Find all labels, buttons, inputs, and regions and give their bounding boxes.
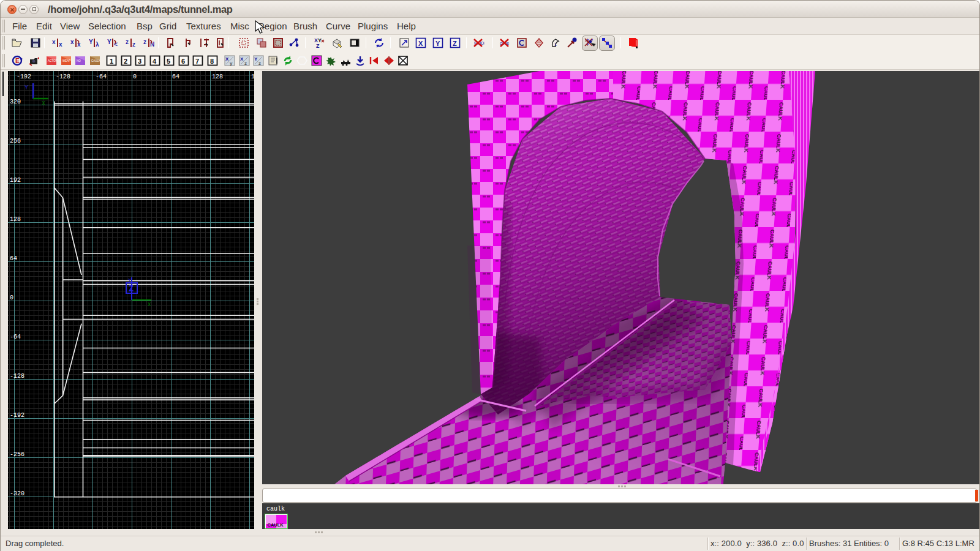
svg-text:0: 0 [10,294,13,301]
svg-text:CAULK: CAULK [91,59,100,62]
svg-text:X: X [42,100,45,107]
svg-text:z: z [143,39,146,45]
svg-text:0: 0 [133,73,137,80]
svg-text:Y: Y [24,84,28,91]
svg-text:Y: Y [254,56,258,62]
svg-text:E: E [15,58,20,64]
svg-text:z: z [132,41,135,48]
svg-text:1: 1 [251,73,254,80]
svg-text:Y: Y [107,39,111,45]
svg-text:WEAP: WEAP [62,59,70,62]
svg-text:-128: -128 [56,73,70,80]
svg-text:CAULK: CAULK [268,522,284,528]
svg-text:2: 2 [124,58,127,65]
svg-text:192: 192 [10,177,21,184]
svg-text:8: 8 [210,58,214,65]
svg-text:-128: -128 [10,373,24,380]
svg-text:3: 3 [138,58,141,65]
svg-text:Z: Z [316,43,320,49]
svg-text:4: 4 [153,58,157,65]
svg-text:X: X [225,56,229,62]
svg-text:6: 6 [181,58,185,65]
svg-text:ACTOR: ACTOR [48,59,58,62]
svg-text:-256: -256 [10,451,24,458]
svg-text:64: 64 [10,255,17,262]
svg-text:X: X [148,302,151,308]
svg-text:Z: Z [129,284,134,294]
svg-text:x: x [52,39,56,45]
svg-text:Z: Z [453,40,457,47]
svg-text:1: 1 [554,42,557,47]
svg-text:λ: λ [96,41,99,48]
svg-text:7: 7 [195,58,199,65]
svg-text:-64: -64 [10,334,21,340]
svg-text:128: 128 [10,216,21,223]
svg-text:z: z [244,61,247,66]
svg-text:z: z [258,61,261,66]
svg-text:128: 128 [212,73,223,80]
svg-text:X: X [418,40,423,47]
svg-text:320: 320 [10,99,21,105]
svg-text:Y: Y [128,277,131,283]
svg-text:Y: Y [435,40,440,47]
svg-text:256: 256 [10,138,21,144]
svg-text:1: 1 [110,58,113,65]
svg-text:-192: -192 [10,412,24,419]
svg-text:x: x [59,41,62,48]
svg-text:-192: -192 [17,73,31,80]
svg-text:-320: -320 [10,490,24,497]
svg-text:z: z [126,39,129,45]
svg-text:Y: Y [89,39,93,45]
svg-text:X: X [240,56,244,62]
svg-text:NO: NO [77,59,81,62]
svg-text:N: N [150,41,154,48]
svg-text:x: x [70,39,74,45]
svg-text:y: y [230,61,233,66]
svg-text:-64: -64 [96,73,107,80]
svg-text:64: 64 [172,73,179,80]
svg-text:5: 5 [167,58,170,65]
